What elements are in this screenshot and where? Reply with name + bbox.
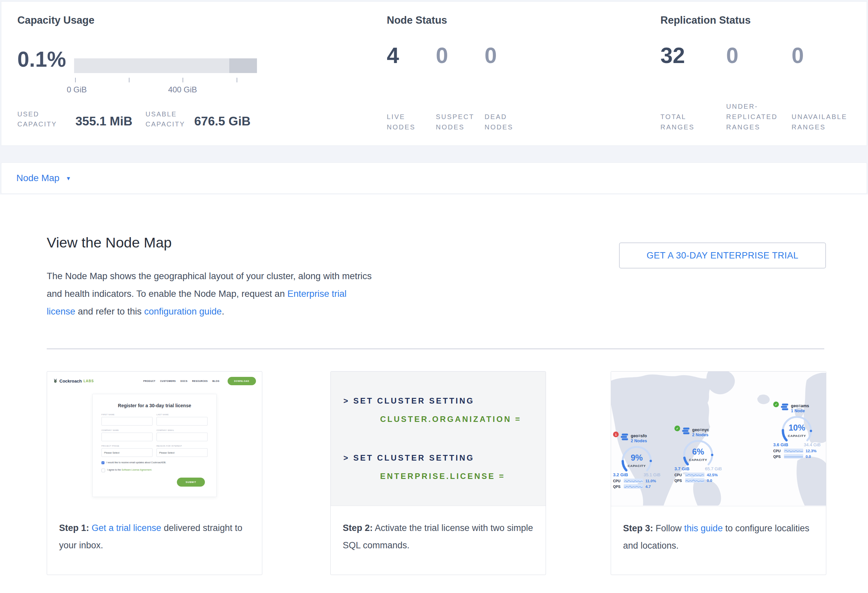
- geo-nyc-qps-value: 0.0: [707, 478, 712, 483]
- live-nodes-value: 4: [387, 44, 433, 66]
- mini-site-header: Cockroach LABS PRODUCT CUSTOMERS DOCS RE…: [47, 372, 262, 385]
- mini-field-label: COMPANY NAME: [102, 429, 152, 431]
- node-map-dropdown[interactable]: Node Map ▾: [16, 173, 70, 184]
- mini-license-agreement-link: Software License Agreement.: [121, 469, 152, 471]
- mini-field-project-phase: PROJECT PHASE Please Select: [102, 445, 152, 457]
- cockroach-icon: [53, 378, 58, 384]
- intro-paragraph: The Node Map shows the geographical layo…: [47, 267, 374, 320]
- cockroach-labs-logo: Cockroach LABS: [53, 378, 94, 384]
- used-capacity-label: USED CAPACITY: [17, 109, 57, 129]
- geo-nyc-widget: ✓ geo=nyc 2 Nodes: [675, 428, 722, 483]
- mini-license-text: I agree to the: [107, 469, 121, 471]
- cpu-label: CPU: [675, 473, 683, 477]
- total-ranges-value: 32: [660, 44, 720, 66]
- step-3-caption: Step 3: Follow this guide to configure l…: [611, 506, 826, 554]
- geo-sfo-capacity-gauge: 9% CAPACITY: [621, 445, 653, 473]
- geo-nyc-capacity-gauge: 6% CAPACITY: [682, 439, 714, 467]
- dead-nodes-metric: 0 DEAD NODES: [484, 44, 531, 132]
- suspect-nodes-label: SUSPECT NODES: [436, 112, 482, 132]
- chevron-down-icon: ▾: [67, 174, 70, 182]
- sql-set-cluster-setting-1: > SET CLUSTER SETTING: [343, 396, 546, 406]
- qps-sparkline: [685, 478, 704, 483]
- total-ranges-metric: 32 TOTAL RANGES: [660, 44, 720, 132]
- axis-tick-label: 0 GiB: [67, 85, 87, 94]
- mini-field-label: COMPANY EMAIL: [156, 429, 208, 431]
- mini-download-button: DOWNLOAD: [227, 377, 256, 385]
- under-replicated-ranges-label: UNDER-REPLICATED RANGES: [726, 102, 790, 132]
- sql-commands-panel: > SET CLUSTER SETTING CLUSTER.ORGANIZATI…: [331, 372, 546, 506]
- enterprise-trial-button[interactable]: GET A 30-DAY ENTERPRISE TRIAL: [619, 243, 826, 268]
- dead-nodes-value: 0: [484, 44, 531, 66]
- mini-field-label: PROJECT PHASE: [102, 445, 152, 447]
- mini-field-label: REASON FOR INTEREST: [156, 445, 208, 447]
- configuration-guide-link[interactable]: configuration guide: [144, 306, 221, 316]
- geo-nyc-node-count: 2 Nodes: [692, 433, 709, 438]
- cpu-sparkline: [685, 472, 704, 477]
- brand-name: Cockroach: [59, 378, 82, 384]
- sql-enterprise-license: ENTERPRISE.LICENSE =: [380, 472, 546, 481]
- capacity-gauge-label: CAPACITY: [682, 458, 714, 462]
- under-replicated-ranges-value: 0: [726, 44, 790, 66]
- step-1-caption: Step 1: Get a trial license delivered st…: [47, 506, 262, 554]
- qps-label: QPS: [675, 478, 683, 483]
- cpu-sparkline: [624, 478, 643, 483]
- step-1-label: Step 1:: [59, 523, 89, 533]
- replication-status-title: Replication Status: [660, 14, 750, 26]
- mini-site-nav: PRODUCT CUSTOMERS DOCS RESOURCES BLOG DO…: [143, 377, 256, 385]
- mini-checkbox-row-license: I agree to the Software License Agreemen…: [102, 469, 208, 472]
- step-2-caption: Step 2: Activate the trial license with …: [331, 506, 546, 554]
- unavailable-ranges-metric: 0 UNAVAILABLE RANGES: [791, 44, 858, 132]
- unavailable-ranges-value: 0: [791, 44, 858, 66]
- geo-ams-capacity-percent: 10%: [781, 423, 813, 433]
- checkbox-empty-icon: [102, 469, 105, 472]
- mini-field-label: FIRST NAME: [102, 413, 152, 416]
- mini-nav-docs: DOCS: [180, 380, 187, 382]
- node-map-placeholder-content: View the Node Map The Node Map shows the…: [0, 194, 868, 593]
- mini-form-title: Register for a 30-day trial license: [102, 403, 208, 408]
- geo-ams-capacity-gauge: 10% CAPACITY: [781, 415, 813, 443]
- axis-tick-label: 400 GiB: [168, 85, 197, 94]
- cpu-label: CPU: [613, 479, 622, 483]
- mini-field-company-email: COMPANY EMAIL: [156, 429, 208, 441]
- mini-nav-customers: CUSTOMERS: [160, 380, 176, 382]
- geo-ams-cpu-value: 12.3%: [806, 449, 816, 453]
- this-guide-link[interactable]: this guide: [684, 523, 723, 533]
- brand-suffix: LABS: [83, 379, 94, 383]
- get-trial-license-link[interactable]: Get a trial license: [92, 523, 161, 533]
- suspect-nodes-metric: 0 SUSPECT NODES: [436, 44, 482, 132]
- trial-registration-form: Register for a 30-day trial license FIRS…: [93, 394, 217, 497]
- cpu-label: CPU: [773, 449, 782, 453]
- mini-field-company-name: COMPANY NAME: [102, 429, 152, 441]
- usable-capacity-value: 676.5 GiB: [194, 115, 251, 128]
- mini-submit-button: SUBMIT: [177, 478, 205, 487]
- capacity-bar-used-segment: [229, 58, 257, 73]
- axis-tick: [129, 78, 130, 82]
- geo-sfo-cpu-value: 11.0%: [645, 479, 656, 483]
- database-stack-icon: [621, 434, 629, 441]
- geo-sfo-node-count: 2 Nodes: [631, 438, 647, 444]
- geo-ams-node-count: 1 Node: [791, 409, 809, 413]
- mini-checkbox-license-label: I agree to the Software License Agreemen…: [107, 469, 152, 471]
- checkbox-checked-icon: ✓: [102, 461, 105, 464]
- capacity-usage-title: Capacity Usage: [17, 14, 94, 26]
- geo-ams-widget: ✓ geo=ams 1 Node: [773, 403, 821, 459]
- node-map-preview: 1 geo=sfo 2 Nodes: [611, 372, 826, 506]
- cluster-summary-panel: Capacity Usage 0.1% 0 GiB 400 GiB USED C…: [1, 1, 867, 146]
- used-capacity-value: 355.1 MiB: [75, 115, 133, 128]
- step-1-text-pre: [89, 523, 92, 533]
- geo-sfo-widget: 1 geo=sfo 2 Nodes: [613, 434, 660, 489]
- axis-tick: [183, 78, 183, 82]
- node-map-dropdown-label: Node Map: [16, 173, 59, 184]
- capacity-gauge-label: CAPACITY: [781, 434, 813, 438]
- under-replicated-ranges-metric: 0 UNDER-REPLICATED RANGES: [726, 44, 790, 132]
- geo-sfo-name: geo=sfo: [631, 434, 647, 438]
- suspect-nodes-value: 0: [436, 44, 482, 66]
- usable-capacity-label: USABLE CAPACITY: [146, 109, 190, 129]
- axis-tick: [236, 78, 237, 82]
- database-stack-icon: [682, 428, 690, 435]
- ok-check-icon: ✓: [773, 402, 779, 407]
- database-stack-icon: [781, 403, 789, 411]
- mini-text-input: [102, 417, 152, 425]
- section-divider: [47, 349, 824, 349]
- step-3-card: 1 geo=sfo 2 Nodes: [611, 371, 826, 575]
